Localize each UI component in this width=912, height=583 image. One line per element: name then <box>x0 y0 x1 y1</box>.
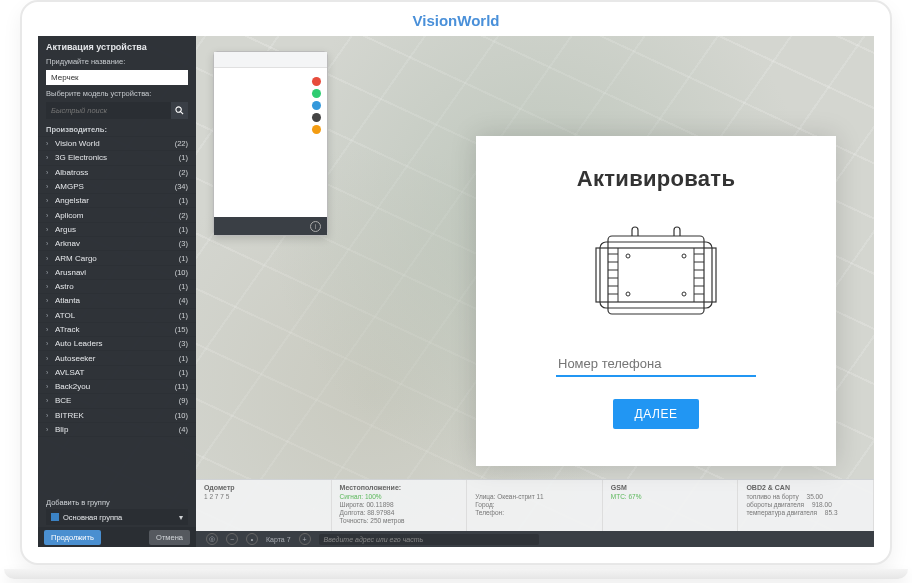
manufacturer-name: Albatross <box>52 168 179 177</box>
manufacturer-row[interactable]: ›Atlanta(4) <box>38 293 196 307</box>
manufacturer-row[interactable]: ›ATrack(15) <box>38 322 196 336</box>
manufacturer-name: Back2you <box>52 382 175 391</box>
group-value: Основная группа <box>63 513 179 522</box>
zoom-out-icon[interactable]: − <box>226 533 238 545</box>
info-strip: Одометр 1 2 7 7 5 Местоположение: Сигнал… <box>196 479 874 531</box>
manufacturer-name: Autoseeker <box>52 354 179 363</box>
obd-title: OBD2 & CAN <box>746 484 865 491</box>
manufacturer-row[interactable]: ›Back2you(11) <box>38 379 196 393</box>
manufacturer-name: Astro <box>52 282 179 291</box>
phone-preview: i <box>213 51 328 236</box>
group-label: Добавить в группу <box>46 498 188 507</box>
manufacturer-count: (1) <box>179 196 188 205</box>
zoom-in-icon[interactable]: + <box>299 533 311 545</box>
manufacturer-row[interactable]: ›Arknav(3) <box>38 236 196 250</box>
phone-number-input[interactable] <box>556 352 756 377</box>
gsm-title: GSM <box>611 484 730 491</box>
locate-icon[interactable]: ◎ <box>206 533 218 545</box>
map-search-input[interactable]: Введите адрес или его часть <box>319 534 539 545</box>
manufacturer-name: Aplicom <box>52 211 179 220</box>
group-section: Добавить в группу Основная группа ▾ <box>38 498 196 525</box>
svg-point-22 <box>682 292 686 296</box>
gsm-col: GSM MTC: 67% <box>603 480 739 531</box>
manufacturer-row[interactable]: ›BITREK(10) <box>38 408 196 422</box>
accuracy-value: Точность: 250 метров <box>340 517 459 524</box>
manufacturer-name: Argus <box>52 225 179 234</box>
manufacturer-row[interactable]: ›AVLSAT(1) <box>38 365 196 379</box>
manufacturer-row[interactable]: ›Vision World(22) <box>38 136 196 150</box>
chevron-down-icon: ▾ <box>179 513 183 522</box>
manufacturer-count: (15) <box>175 325 188 334</box>
manufacturer-name: Vision World <box>52 139 175 148</box>
manufacturer-count: (9) <box>179 396 188 405</box>
group-color-swatch <box>51 513 59 521</box>
manufacturer-name: Auto Leaders <box>52 339 179 348</box>
model-search-input[interactable] <box>46 106 171 115</box>
phone-value: Телефон: <box>475 509 594 516</box>
signal-value: Сигнал: 100% <box>340 493 459 500</box>
manufacturer-count: (2) <box>179 211 188 220</box>
city-value: Город: <box>475 501 594 508</box>
manufacturer-row[interactable]: ›BCE(9) <box>38 393 196 407</box>
info-icon[interactable]: i <box>310 221 321 232</box>
odometer-col: Одометр 1 2 7 7 5 <box>196 480 332 531</box>
manufacturer-row[interactable]: ›Aplicom(2) <box>38 207 196 221</box>
group-select[interactable]: Основная группа ▾ <box>46 509 188 525</box>
manufacturer-name: ARM Cargo <box>52 254 179 263</box>
zoom-reset-icon[interactable]: • <box>246 533 258 545</box>
odometer-value: 1 2 7 7 5 <box>204 493 323 500</box>
brand-label: VisionWorld <box>22 2 890 35</box>
manufacturer-row[interactable]: ›Angelstar(1) <box>38 193 196 207</box>
svg-point-19 <box>626 254 630 258</box>
manufacturer-count: (4) <box>179 296 188 305</box>
manufacturer-row[interactable]: ›Autoseeker(1) <box>38 350 196 364</box>
activation-sidebar: Активация устройства Придумайте название… <box>38 36 196 547</box>
lon-value: Долгота: 88.97984 <box>340 509 459 516</box>
manufacturer-row[interactable]: ›AMGPS(34) <box>38 179 196 193</box>
svg-point-20 <box>682 254 686 258</box>
manufacturer-row[interactable]: ›3G Electronics(1) <box>38 150 196 164</box>
status-dot <box>312 125 321 134</box>
manufacturer-row[interactable]: ›ATOL(1) <box>38 308 196 322</box>
manufacturer-count: (1) <box>179 354 188 363</box>
manufacturer-count: (2) <box>179 439 188 441</box>
manufacturer-name: Bofan <box>52 439 179 441</box>
device-name-input[interactable] <box>46 70 188 85</box>
temp-label: температура двигателя <box>746 509 817 516</box>
manufacturer-count: (10) <box>175 411 188 420</box>
modal-title: Активировать <box>577 166 736 192</box>
status-dot <box>312 77 321 86</box>
manufacturer-row[interactable]: ›Auto Leaders(3) <box>38 336 196 350</box>
laptop-frame: VisionWorld Активация устройства Придума… <box>20 0 892 565</box>
manufacturer-row[interactable]: ›Arusnavi(10) <box>38 265 196 279</box>
manufacturer-count: (10) <box>175 268 188 277</box>
cancel-button[interactable]: Отмена <box>149 530 190 545</box>
manufacturer-count: (1) <box>179 282 188 291</box>
app-screen: Активация устройства Придумайте название… <box>38 36 874 547</box>
manufacturer-row[interactable]: ›Argus(1) <box>38 222 196 236</box>
manufacturer-row[interactable]: ›ARM Cargo(1) <box>38 250 196 264</box>
street-value: Улица: Океан-стрит 11 <box>475 493 594 500</box>
svg-line-1 <box>181 112 184 115</box>
search-icon[interactable] <box>171 102 188 119</box>
manufacturer-count: (2) <box>179 168 188 177</box>
manufacturer-row[interactable]: ›Blip(4) <box>38 422 196 436</box>
next-button[interactable]: ДАЛЕЕ <box>613 399 700 429</box>
manufacturer-name: 3G Electronics <box>52 153 179 162</box>
manufacturer-count: (11) <box>175 382 188 391</box>
manufacturer-list[interactable]: ›Vision World(22)›3G Electronics(1)›Alba… <box>38 136 196 441</box>
manufacturer-row[interactable]: ›Bofan(2) <box>38 436 196 441</box>
sidebar-footer: Продолжить Отмена <box>38 527 196 547</box>
manufacturer-row[interactable]: ›Albatross(2) <box>38 165 196 179</box>
manufacturer-name: BITREK <box>52 411 175 420</box>
status-dot <box>312 101 321 110</box>
gsm-value: MTC: 67% <box>611 493 730 500</box>
manufacturer-count: (1) <box>179 368 188 377</box>
svg-rect-3 <box>600 242 712 308</box>
continue-button[interactable]: Продолжить <box>44 530 101 545</box>
manufacturer-count: (34) <box>175 182 188 191</box>
fuel-label: топливо на борту <box>746 493 798 500</box>
manufacturer-name: Angelstar <box>52 196 179 205</box>
manufacturer-row[interactable]: ›Astro(1) <box>38 279 196 293</box>
manufacturer-count: (4) <box>179 425 188 434</box>
